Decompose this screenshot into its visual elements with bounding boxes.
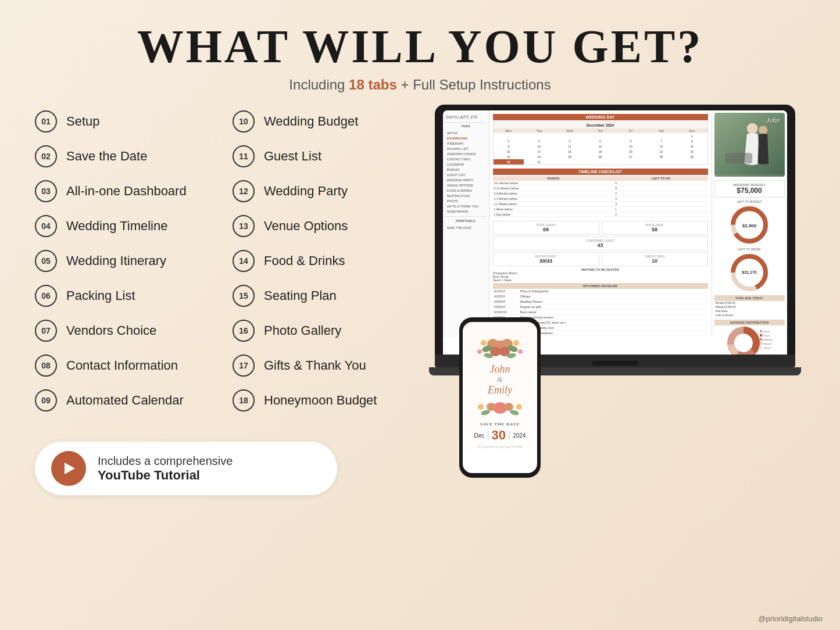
content-area: 01 Setup 02 Save the Date 03 All-in-one … <box>35 110 805 495</box>
sidebar-honeymoon[interactable]: HONEYMOON <box>445 209 487 214</box>
main-title: WHAT WILL YOU GET? <box>35 23 805 70</box>
tab-number-03: 03 <box>35 180 57 202</box>
sidebar-gifts[interactable]: GIFTS & THANK YOU <box>445 203 487 209</box>
phone-mockup: John & Emily <box>459 317 541 478</box>
budget-value: $75,000 <box>717 187 782 195</box>
left-to-spend-donut: $31,170 <box>729 252 770 293</box>
sidebar-seating[interactable]: SEATING PLAN <box>445 193 487 198</box>
svg-point-38 <box>487 403 496 411</box>
tab-number-13: 13 <box>233 215 255 237</box>
table-row: 1 Day before2 <box>493 212 708 217</box>
cal-day-wed: Wed <box>555 128 585 133</box>
svg-text:Caterer: Caterer <box>763 346 771 349</box>
sidebar-venue[interactable]: VENUE OPTIONS <box>445 182 487 188</box>
checklist-section: TIMELINE CHECKLIST PERIOD LEFT TO DO <box>493 169 708 217</box>
sidebar-photo[interactable]: PHOTO <box>445 198 487 203</box>
page-wrapper: WHAT WILL YOU GET? Including 18 tabs + F… <box>0 0 840 630</box>
phone-floral-bottom <box>474 396 526 420</box>
sidebar-dashboard[interactable]: DASHBOARD <box>445 135 487 141</box>
phone-outer: John & Emily <box>459 317 541 478</box>
tab-label-12: Wedding Party <box>264 184 348 199</box>
tab-item-08: 08 Contact Information <box>35 355 209 377</box>
youtube-line1: Includes a comprehensive <box>98 454 233 468</box>
subtitle-prefix: Including <box>289 77 349 92</box>
tab-number-08: 08 <box>35 355 57 377</box>
spreadsheet-sidebar: DAYS LEFT: 275 TABS SETUP DASHBOARD ITIN… <box>443 110 489 337</box>
sidebar-vendors[interactable]: VENDORS CHOICE <box>445 151 487 156</box>
sidebar-budget[interactable]: BUDGET <box>445 167 487 172</box>
seating-row: SEATED GUEST 39/43 TABLES USED 10 <box>493 252 708 266</box>
confirmed-guest-box: CONFIRMED GUEST 43 <box>493 237 708 250</box>
phone-save-the-date: SAVE THE DATE <box>480 422 520 427</box>
tab-item-13: 13 Venue Options <box>233 215 407 237</box>
svg-point-36 <box>518 349 523 354</box>
wedding-date: 30 <box>494 159 524 164</box>
tab-label-03: All-in-one Dashboard <box>66 184 187 199</box>
tab-column-left: 01 Setup 02 Save the Date 03 All-in-one … <box>35 110 209 424</box>
days-left-value: 275 <box>470 115 477 119</box>
confirmed-guest-value: 43 <box>495 242 706 248</box>
tab-item-17: 17 Gifts & Thank You <box>233 355 407 377</box>
sidebar-packing[interactable]: PACKING LIST <box>445 146 487 151</box>
svg-text:$31,170: $31,170 <box>742 270 756 275</box>
tab-item-01: 01 Setup <box>35 110 209 133</box>
phone-screen-content: John & Emily <box>463 322 537 473</box>
svg-point-42 <box>478 404 484 410</box>
calendar-month: December 2024 <box>494 122 707 128</box>
tab-number-02: 02 <box>35 145 57 167</box>
tabs-section: 01 Setup 02 Save the Date 03 All-in-one … <box>35 110 407 495</box>
svg-rect-22 <box>760 346 762 349</box>
svg-point-39 <box>504 403 513 411</box>
svg-rect-16 <box>760 334 762 337</box>
wedding-day-section: WEDDING DAY December 2024 Mon Tue Wed <box>493 114 708 165</box>
sidebar-calendar[interactable]: CALENDAR <box>445 162 487 167</box>
sidebar-divider2 <box>445 216 487 217</box>
days-left-label: DAYS LEFT: <box>446 115 470 119</box>
tab-label-06: Packing List <box>66 288 135 303</box>
left-to-budget-section: LEFT TO BUDGET $2,900 <box>714 200 785 245</box>
tab-number-06: 06 <box>35 285 57 307</box>
youtube-banner[interactable]: Includes a comprehensive YouTube Tutoria… <box>35 442 337 495</box>
phone-and: & <box>488 375 512 384</box>
tab-number-14: 14 <box>233 250 255 272</box>
svg-text:Florist: Florist <box>763 334 770 337</box>
tables-used-box: TABLES USED 10 <box>602 252 708 266</box>
phone-name1: John <box>488 363 512 375</box>
tab-label-15: Seating Plan <box>264 288 337 303</box>
upcoming-header: UPCOMING DEADLINE <box>493 283 708 289</box>
sidebar-food[interactable]: FOOD & DRINKS <box>445 188 487 193</box>
tab-column-right: 10 Wedding Budget 11 Guest List 12 Weddi… <box>233 110 407 424</box>
tab-label-11: Guest List <box>264 149 321 164</box>
sidebar-contact[interactable]: CONTACT INFO <box>445 156 487 162</box>
sidebar-save-the-date[interactable]: SAVE THE DATE <box>445 225 487 230</box>
tab-item-04: 04 Wedding Timeline <box>35 215 209 237</box>
phone-date-day: 30 <box>492 428 506 443</box>
cal-day-tue: Tue <box>524 128 555 133</box>
tab-number-09: 09 <box>35 389 57 411</box>
tables-used-value: 10 <box>604 258 706 264</box>
tab-label-13: Venue Options <box>264 219 348 234</box>
tab-item-15: 15 Seating Plan <box>233 285 407 307</box>
tab-number-15: 15 <box>233 285 255 307</box>
svg-text:Wedding P...: Wedding P... <box>763 338 773 341</box>
days-left-display: DAYS LEFT: 275 <box>445 114 487 120</box>
phone-date-display: Dec | 30 | 2024 <box>474 428 526 443</box>
tab-label-07: Vendors Choice <box>66 323 156 338</box>
task-due-section: TASK DUE TODAY Rentals $ 300.00 Offician… <box>714 295 785 317</box>
wedding-day-title: WEDDING DAY <box>493 114 708 120</box>
overlay-name: John <box>766 116 780 125</box>
list-item: 4/8/2024Register for gifts <box>493 305 708 310</box>
checklist-title: TIMELINE CHECKLIST <box>493 169 708 175</box>
tabs-label: TABS <box>445 124 487 128</box>
tab-number-10: 10 <box>233 110 255 133</box>
phone-date-year: 2024 <box>513 432 526 439</box>
youtube-icon <box>51 451 86 486</box>
tab-item-18: 18 Honeymoon Budget <box>233 389 407 411</box>
total-guest-box: TOTAL GUEST 69 <box>493 221 599 235</box>
subtitle-suffix: + Full Setup Instructions <box>397 77 551 92</box>
sidebar-guest-list[interactable]: GUEST LIST <box>445 172 487 177</box>
svg-point-35 <box>477 349 482 354</box>
sidebar-setup[interactable]: SETUP <box>445 130 487 135</box>
sidebar-wedding-party[interactable]: WEDDING PARTY <box>445 177 487 182</box>
sidebar-itinerary[interactable]: ITINERARY <box>445 141 487 146</box>
